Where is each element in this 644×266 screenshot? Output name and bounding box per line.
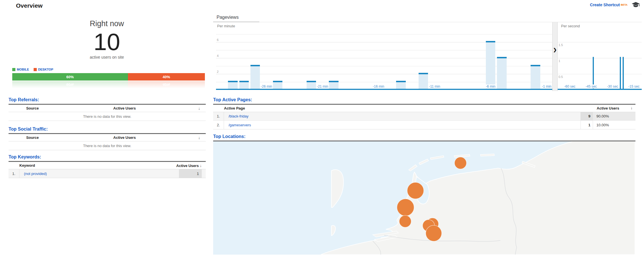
x-axis-tick: -11 min <box>428 84 441 88</box>
col-header-source[interactable]: Source <box>9 106 56 110</box>
col-header-active-page[interactable]: Active Page <box>224 106 580 110</box>
pageviews-bar <box>486 41 495 89</box>
x-axis-tick: -6 min <box>485 84 496 88</box>
top-keywords-table: Keyword Active Users ↓ 1. (not provided)… <box>9 161 206 178</box>
right-now-card: Right now 10 active users on site <box>60 19 154 59</box>
chevron-right-icon: ❯ <box>553 47 557 52</box>
legend-item-mobile[interactable]: MOBILE <box>12 68 29 71</box>
no-data-message: There is no data for this view. <box>9 141 206 150</box>
pageviews-bar <box>307 81 316 89</box>
col-header-active-users[interactable]: Active Users <box>56 106 193 110</box>
active-page-users: 1 <box>580 121 593 129</box>
keyword-active-users: 1 <box>179 169 202 178</box>
realtime-overview-page: Overview Create Shortcut BETA Right now … <box>0 0 644 266</box>
x-axis-tick: -21 min <box>316 84 329 88</box>
active-page-row: 1. /black-friday 9 90.00% <box>213 112 635 121</box>
pageviews-bar <box>239 81 249 89</box>
pageviews-bar <box>273 81 282 89</box>
chart-divider[interactable]: ❯ <box>552 22 558 91</box>
top-social-section: Top Social Traffic: Source Active Users … <box>9 127 206 150</box>
top-locations-section: Top Locations: <box>213 134 635 141</box>
device-segment[interactable]: 40% <box>128 73 205 81</box>
sort-descending-icon[interactable]: ↓ <box>193 135 206 140</box>
y-axis-tick: 0.5 <box>559 75 563 79</box>
top-keywords-title: Top Keywords: <box>9 154 206 161</box>
gridline <box>216 34 552 34</box>
sort-descending-icon[interactable]: ↓ <box>193 106 206 111</box>
x-axis-tick: -30 sec <box>606 84 619 88</box>
keyword-row: 1. (not provided) 1 <box>9 169 206 178</box>
active-page-row: 2. /gameservers 1 10.00% <box>213 121 635 129</box>
x-axis-tick: -45 sec <box>585 84 598 88</box>
visitor-location-bubble[interactable] <box>399 215 411 227</box>
y-axis-tick: 1.5 <box>559 43 563 47</box>
visitor-location-bubble[interactable] <box>426 225 442 241</box>
active-page-link[interactable]: /gameservers <box>229 123 251 127</box>
create-shortcut-link[interactable]: Create Shortcut <box>590 3 620 7</box>
top-active-pages-section: Top Active Pages: Active Page Active Use… <box>213 97 635 129</box>
keyword-link[interactable]: (not provided) <box>24 172 47 176</box>
y-axis-tick: 1 <box>559 59 560 63</box>
top-referrals-section: Top Referrals: Source Active Users ↓ The… <box>9 97 206 121</box>
no-data-message: There is no data for this view. <box>9 112 206 121</box>
active-page-users: 9 <box>580 112 593 120</box>
col-header-source[interactable]: Source <box>9 135 56 140</box>
visitor-location-bubble[interactable] <box>397 199 414 216</box>
active-users-caption: active users on site <box>60 55 154 59</box>
x-axis-tick: -16 min <box>372 84 385 88</box>
top-social-table: Source Active Users ↓ There is no data f… <box>9 133 206 150</box>
gridline <box>216 42 552 42</box>
x-axis-tick: -1 min <box>541 84 552 88</box>
visitor-location-bubble[interactable] <box>407 182 424 199</box>
gridline <box>558 74 642 74</box>
pageviews-bar <box>396 81 405 89</box>
desktop-swatch-icon <box>34 68 37 71</box>
pageviews-bar <box>623 57 624 90</box>
pageviews-bar <box>620 57 621 90</box>
x-axis-tick: -15 sec <box>627 84 640 88</box>
graduation-cap-icon[interactable] <box>631 2 640 8</box>
sort-descending-icon: ↓ <box>631 106 633 110</box>
row-rank: 2. <box>213 121 224 129</box>
col-header-active-users[interactable]: Active Users <box>56 135 193 140</box>
per-second-chart: 0.511.5-60 sec-45 sec-30 sec-15 sec <box>558 22 642 91</box>
pageviews-bar <box>329 81 338 89</box>
active-page-link[interactable]: /black-friday <box>229 114 248 118</box>
top-referrals-table: Source Active Users ↓ There is no data f… <box>9 104 206 121</box>
visitor-location-bubble[interactable] <box>455 157 466 169</box>
pageviews-title: Pageviews <box>217 15 239 20</box>
legend-label-mobile: MOBILE <box>17 68 29 71</box>
y-axis-tick: 6 <box>217 38 219 42</box>
pageviews-panel: Pageviews Per minute Per second 246-26 m… <box>213 14 642 92</box>
pageviews-bar <box>228 81 237 89</box>
device-split-bar: 60%40% <box>12 73 205 81</box>
row-rank: 1. <box>213 112 224 120</box>
reflection-fade <box>12 81 205 90</box>
top-active-pages-table: Active Page Active Users ↓ 1. /black-fri… <box>213 104 635 129</box>
top-active-pages-title: Top Active Pages: <box>213 97 635 104</box>
col-header-active-users[interactable]: Active Users ↓ <box>580 106 635 110</box>
pageviews-bar <box>531 65 540 89</box>
active-page-percent: 10.00% <box>593 121 635 129</box>
pageviews-bar <box>419 73 428 89</box>
row-rank: 1. <box>9 169 19 178</box>
gridline <box>558 42 642 42</box>
right-now-heading: Right now <box>60 19 154 28</box>
legend-item-desktop[interactable]: DESKTOP <box>34 68 53 71</box>
top-keywords-section: Top Keywords: Keyword Active Users ↓ 1. … <box>9 154 206 178</box>
active-page-percent: 90.00% <box>593 112 635 120</box>
locations-map[interactable] <box>213 141 635 255</box>
top-locations-title: Top Locations: <box>213 134 635 141</box>
col-header-active-users[interactable]: Active Users ↓ <box>176 163 206 168</box>
col-header-keyword[interactable]: Keyword <box>19 163 35 168</box>
create-shortcut: Create Shortcut BETA <box>590 2 640 8</box>
pageviews-bar <box>250 65 260 89</box>
top-referrals-title: Top Referrals: <box>9 97 206 104</box>
x-axis-tick: -26 min <box>260 84 273 88</box>
page-title: Overview <box>16 2 42 9</box>
device-segment[interactable]: 60% <box>12 73 128 81</box>
gridline <box>216 50 552 50</box>
axis-baseline <box>558 89 642 90</box>
gridline <box>558 58 642 58</box>
axis-baseline <box>216 89 552 90</box>
